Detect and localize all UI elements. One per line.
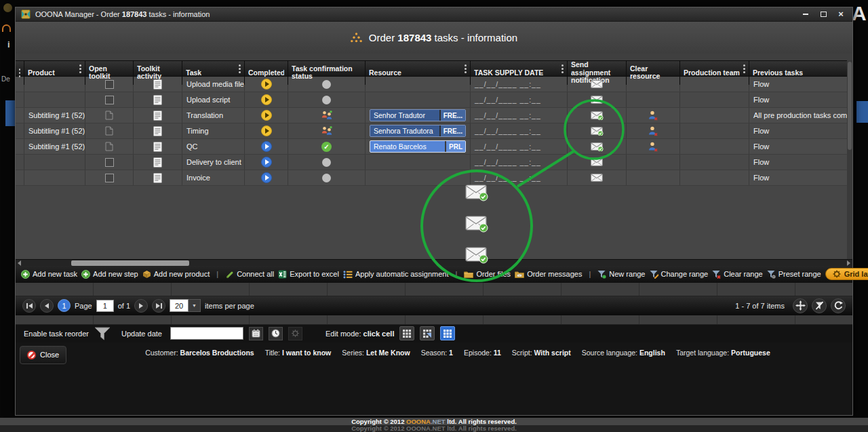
open-toolkit-cell[interactable] [85,139,134,154]
completed-cell[interactable] [245,77,288,92]
clear-resource-cell[interactable] [627,108,680,123]
send-notification-cell[interactable] [568,77,627,92]
toolkit-activity-cell[interactable] [134,123,182,138]
vertical-scroll-thumb[interactable] [848,62,852,150]
connect-all-button[interactable]: Connect all [225,270,274,279]
supply-date-cell[interactable]: __/__/____ __:__ [471,108,568,123]
clear-resource-cell[interactable] [627,155,680,170]
toolkit-activity-cell[interactable] [134,77,182,92]
current-page-button[interactable]: 1 [58,299,71,312]
column-menu-icon[interactable] [561,64,564,66]
clear-resource-cell[interactable] [627,139,680,154]
open-toolkit-file-icon[interactable] [105,142,113,151]
row-handle[interactable] [16,92,24,107]
toolkit-activity-report-icon[interactable] [153,157,162,168]
chevron-down-icon[interactable]: ▼ [189,299,201,312]
clear-filter-button[interactable] [812,298,827,313]
open-toolkit-cell[interactable] [85,108,134,123]
clear-resource-cell[interactable] [627,92,680,107]
column-menu-icon[interactable] [465,64,467,66]
completed-play-button[interactable] [261,141,272,152]
refresh-button[interactable] [831,298,846,313]
update-date-input[interactable] [170,327,243,340]
send-notification-cell[interactable] [568,170,627,185]
toolkit-activity-report-icon[interactable] [153,79,162,90]
last-page-button[interactable] [152,299,165,313]
row-handle[interactable] [16,155,24,170]
clear-resource-person-icon[interactable] [648,126,658,136]
supply-date-cell[interactable]: __/__/____ __:__ [471,155,568,170]
toolkit-activity-report-icon[interactable] [153,126,162,136]
preset-range-button[interactable]: Preset range [767,270,821,279]
toolkit-activity-cell[interactable] [134,92,182,107]
completed-cell[interactable] [245,139,288,154]
update-settings-button[interactable] [288,327,302,340]
clear-resource-cell[interactable] [627,123,680,138]
completed-cell[interactable] [245,170,288,185]
horizontal-scrollbar[interactable] [16,259,852,266]
supply-date-cell[interactable]: __/__/____ __:__ [471,139,568,154]
open-toolkit-cell[interactable] [85,155,134,170]
resource-cell[interactable] [366,92,471,107]
next-page-button[interactable] [134,299,148,313]
new-range-button[interactable]: New range [597,270,645,279]
change-range-button[interactable]: Change range [650,270,709,279]
first-page-button[interactable] [22,299,36,313]
completed-play-button[interactable] [261,94,272,105]
open-toolkit-file-icon[interactable] [105,111,113,120]
notification-envelope-icon[interactable] [591,173,604,182]
row-handle[interactable] [16,77,24,92]
toolkit-activity-cell[interactable] [134,108,182,123]
column-menu-icon[interactable] [743,64,745,66]
row-handle[interactable] [16,123,24,138]
clear-resource-person-icon[interactable] [648,111,658,121]
completed-play-button[interactable] [261,110,272,121]
order-files-button[interactable]: Order files [464,270,511,278]
open-toolkit-checkbox[interactable] [105,158,114,167]
completed-play-button[interactable] [261,125,272,136]
open-toolkit-cell[interactable] [85,170,134,185]
notification-envelope-icon[interactable] [591,111,604,120]
open-toolkit-file-icon[interactable] [105,126,113,136]
resource-cell[interactable] [366,77,471,92]
column-menu-icon[interactable] [239,64,241,66]
scroll-left-arrow-icon[interactable] [18,260,21,266]
open-toolkit-cell[interactable] [85,123,134,138]
send-notification-cell[interactable] [568,108,627,123]
apply-automatic-assignment-button[interactable]: Apply automatic assignment [343,270,449,279]
completed-play-button[interactable] [261,79,272,90]
notification-envelope-icon[interactable] [591,95,604,104]
resource-assignment[interactable]: Renato BarcelosPRL [370,140,466,153]
toolkit-activity-cell[interactable] [134,139,182,154]
reorder-funnel-icon[interactable] [94,327,111,340]
resource-assignment[interactable]: Senhor TradutorFRE... [370,109,466,121]
toolkit-activity-cell[interactable] [134,155,182,170]
notification-envelope-icon[interactable] [591,157,604,167]
add-new-product-button[interactable]: Add new product [142,270,210,278]
minimize-button[interactable] [800,9,812,19]
notification-envelope-icon[interactable] [591,142,604,151]
clear-range-button[interactable]: Clear range [712,270,762,279]
row-handle[interactable] [16,139,24,154]
resource-cell[interactable] [366,155,471,170]
grid-layout-button[interactable]: Grid layout [825,268,868,280]
edit-mode-grid-button[interactable] [399,326,414,340]
supply-date-cell[interactable]: __/__/____ __:__ [471,123,568,138]
add-new-task-button[interactable]: Add new task [21,270,77,279]
completed-play-button[interactable] [261,157,272,168]
page-number-input[interactable] [96,300,114,312]
send-notification-cell[interactable] [568,155,627,170]
clock-button[interactable] [269,327,283,340]
send-notification-cell[interactable] [568,92,627,107]
open-toolkit-checkbox[interactable] [105,174,114,182]
clear-resource-cell[interactable] [627,77,680,92]
resource-cell[interactable] [366,170,471,185]
open-toolkit-cell[interactable] [85,77,134,92]
vertical-scrollbar[interactable] [847,60,852,259]
open-toolkit-checkbox[interactable] [105,80,114,89]
close-button[interactable]: Close [20,346,66,364]
supply-date-cell[interactable]: __/__/____ __:__ [471,170,568,185]
row-handle[interactable] [16,108,24,123]
toolkit-activity-cell[interactable] [134,170,182,185]
fit-columns-button[interactable] [793,298,808,313]
